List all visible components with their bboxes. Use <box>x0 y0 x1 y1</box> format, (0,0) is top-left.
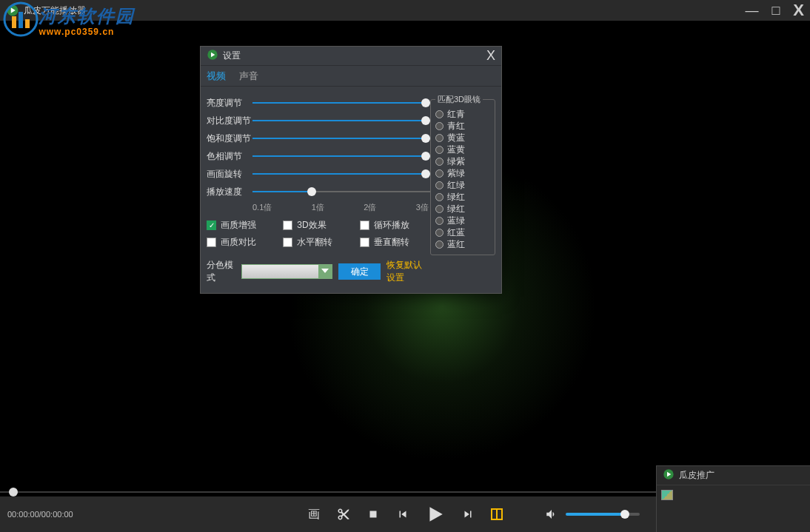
label-saturation: 饱和度调节 <box>207 132 252 145</box>
dialog-titlebar: 设置 X <box>201 47 501 66</box>
glasses-fieldset: 匹配3D眼镜 红青青红黄蓝蓝黄绿紫紫绿红绿绿红绿红蓝绿红蓝蓝红 <box>430 94 495 255</box>
glasses-option-5[interactable]: 紫绿 <box>435 167 490 179</box>
dialog-logo-icon <box>207 49 218 63</box>
glasses-option-10[interactable]: 红蓝 <box>435 226 490 238</box>
slider-brightness[interactable] <box>252 97 430 109</box>
promo-panel: 瓜皮推广 <box>656 465 810 532</box>
minimize-button[interactable]: — <box>745 4 758 17</box>
volume-icon[interactable] <box>545 508 558 521</box>
slider-speed[interactable] <box>252 186 430 198</box>
promo-logo-icon <box>663 468 675 482</box>
cut-icon[interactable] <box>337 508 350 521</box>
time-display: 00:00:00/00:00:00 <box>0 510 73 519</box>
slider-rotation[interactable] <box>252 168 430 180</box>
check-enhance[interactable]: 画质增强 <box>207 219 277 232</box>
check-3d-effect[interactable]: 3D效果 <box>283 219 353 232</box>
volume-slider[interactable] <box>566 513 640 516</box>
check-compare[interactable]: 画质对比 <box>207 236 277 249</box>
slider-contrast[interactable] <box>252 115 430 127</box>
next-button[interactable] <box>461 508 475 521</box>
glasses-option-1[interactable]: 青红 <box>435 120 490 132</box>
promo-image-icon[interactable] <box>661 490 673 500</box>
snapshot-button[interactable] <box>491 508 503 520</box>
speed-scale: 0.1倍 1倍 2倍 3倍 <box>252 202 430 213</box>
tab-audio[interactable]: 声音 <box>239 70 258 83</box>
svg-rect-6 <box>370 511 377 518</box>
ok-button[interactable]: 确定 <box>338 263 381 280</box>
titlebar: 瓜皮万能播放器 — □ X <box>0 0 810 21</box>
glasses-option-4[interactable]: 绿紫 <box>435 155 490 167</box>
glasses-option-2[interactable]: 黄蓝 <box>435 132 490 144</box>
picture-mode-button[interactable]: 画 <box>307 506 321 523</box>
color-mode-select[interactable] <box>241 264 332 279</box>
play-button[interactable] <box>426 505 445 524</box>
label-contrast: 对比度调节 <box>207 115 252 127</box>
settings-dialog: 设置 X 视频 声音 亮度调节 对比度调节 饱和度调节 色相调节 <box>200 46 502 294</box>
dialog-close-button[interactable]: X <box>486 48 495 64</box>
glasses-option-3[interactable]: 蓝黄 <box>435 144 490 155</box>
slider-hue[interactable] <box>252 150 430 162</box>
tab-video[interactable]: 视频 <box>207 70 226 83</box>
label-speed: 播放速度 <box>207 186 252 198</box>
window-controls: — □ X <box>745 0 804 21</box>
app-logo-icon <box>6 4 19 17</box>
glasses-option-8[interactable]: 绿红 <box>435 203 490 215</box>
dialog-tabs: 视频 声音 <box>201 66 501 87</box>
dialog-title: 设置 <box>223 50 241 62</box>
glasses-option-11[interactable]: 蓝红 <box>435 238 490 250</box>
promo-title: 瓜皮推广 <box>679 469 714 482</box>
slider-saturation[interactable] <box>252 132 430 144</box>
stop-button[interactable] <box>366 508 380 521</box>
glasses-legend: 匹配3D眼镜 <box>435 94 483 105</box>
glasses-option-6[interactable]: 红绿 <box>435 179 490 191</box>
label-rotation: 画面旋转 <box>207 168 252 181</box>
color-mode-label: 分色模式 <box>207 259 235 284</box>
label-brightness: 亮度调节 <box>207 97 252 110</box>
maximize-button[interactable]: □ <box>771 4 780 17</box>
glasses-option-9[interactable]: 蓝绿 <box>435 215 490 226</box>
app-title: 瓜皮万能播放器 <box>24 4 86 17</box>
close-button[interactable]: X <box>793 2 804 18</box>
restore-defaults-link[interactable]: 恢复默认设置 <box>386 259 430 284</box>
glasses-option-0[interactable]: 红青 <box>435 108 490 120</box>
previous-button[interactable] <box>396 508 409 521</box>
check-flip-h[interactable]: 水平翻转 <box>283 236 353 249</box>
glasses-option-7[interactable]: 绿红 <box>435 191 490 203</box>
label-hue: 色相调节 <box>207 150 252 163</box>
check-flip-v[interactable]: 垂直翻转 <box>360 236 430 249</box>
check-loop[interactable]: 循环播放 <box>360 219 430 232</box>
